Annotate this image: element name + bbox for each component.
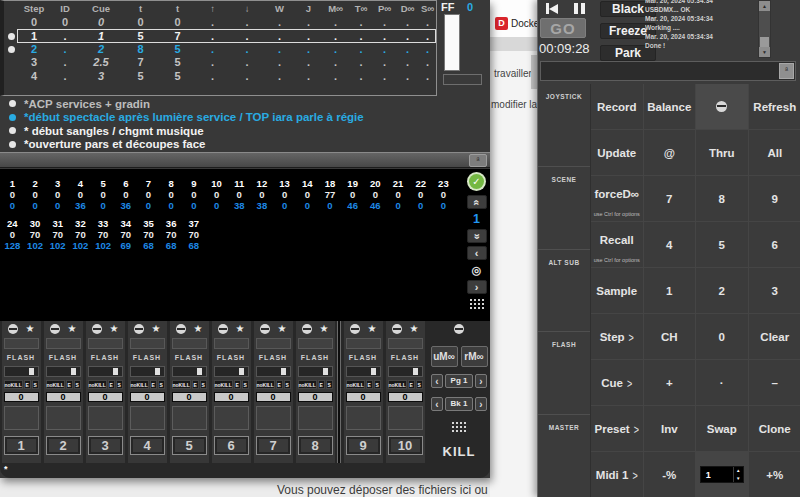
dimmer-icon[interactable] (92, 324, 102, 334)
key-0[interactable]: 0 (696, 314, 749, 359)
star-icon[interactable]: ★ (368, 324, 377, 334)
key-[interactable]: @ (644, 130, 697, 175)
strip-fader[interactable] (256, 366, 291, 377)
key-update[interactable]: Update (591, 130, 644, 175)
nokill-button[interactable]: noKILL (130, 380, 149, 389)
strip-name-box[interactable] (388, 338, 423, 349)
strip-name-box[interactable] (88, 338, 123, 349)
strip-name-box[interactable] (298, 338, 333, 349)
strip-number-button[interactable]: 2 (46, 436, 81, 455)
star-icon[interactable]: ★ (236, 324, 245, 334)
nokill-button[interactable]: noKILL (388, 380, 407, 389)
skip-back-button[interactable] (540, 1, 564, 16)
s-button[interactable]: S (326, 380, 333, 389)
strip-number-button[interactable]: 5 (172, 436, 207, 455)
e-button[interactable]: E (366, 380, 373, 389)
flash-button[interactable]: FLASH (4, 351, 39, 364)
strip-preset-box[interactable] (214, 406, 249, 430)
star-icon[interactable]: ★ (194, 324, 203, 334)
key-all[interactable]: All (749, 130, 800, 175)
e-button[interactable]: E (276, 380, 283, 389)
fader-handle[interactable] (323, 368, 328, 375)
nokill-button[interactable]: noKILL (214, 380, 233, 389)
strip-fader[interactable] (214, 366, 249, 377)
strip-preset-box[interactable] (46, 406, 81, 430)
s-button[interactable]: S (32, 380, 39, 389)
key-4[interactable]: 4 (644, 222, 697, 267)
e-button[interactable]: E (108, 380, 115, 389)
star-icon[interactable]: ★ (320, 324, 329, 334)
star-icon[interactable]: ★ (152, 324, 161, 334)
dimmer-icon[interactable] (8, 324, 18, 334)
channel-panel-titlebar[interactable]: ª (0, 152, 490, 168)
strip-preset-box[interactable] (4, 406, 39, 430)
strip-fader[interactable] (172, 366, 207, 377)
strip-preset-box[interactable] (88, 406, 123, 430)
strip-fader[interactable] (298, 366, 333, 377)
fader-handle[interactable] (71, 368, 76, 375)
key-7[interactable]: 7 (644, 176, 697, 221)
strip-number-button[interactable]: 8 (298, 436, 333, 455)
key-9[interactable]: 9 (749, 176, 800, 221)
key-clear[interactable]: Clear (749, 314, 800, 359)
strip-preset-box[interactable] (298, 406, 333, 430)
nokill-button[interactable]: noKILL (46, 380, 65, 389)
flash-button[interactable]: FLASH (172, 351, 207, 364)
strip-preset-box[interactable] (346, 406, 381, 430)
target-button[interactable]: ◎ (467, 263, 487, 277)
cue-list-item[interactable]: *ACP services + gradin (0, 97, 490, 111)
key-cue[interactable]: Cue> (591, 360, 644, 405)
star-icon[interactable]: ★ (110, 324, 119, 334)
key-thru[interactable]: Thru (696, 130, 749, 175)
rm-button[interactable]: rM∞ (461, 346, 488, 367)
strip-number-button[interactable]: 1 (4, 436, 39, 455)
strip-name-box[interactable] (130, 338, 165, 349)
s-button[interactable]: S (74, 380, 81, 389)
e-button[interactable]: E (24, 380, 31, 389)
panel-corner-button[interactable]: ª (469, 154, 487, 167)
strip-preset-box[interactable] (130, 406, 165, 430)
e-button[interactable]: E (66, 380, 73, 389)
star-icon[interactable]: ★ (410, 324, 419, 334)
strip-name-box[interactable] (46, 338, 81, 349)
dimmer-icon[interactable] (218, 324, 228, 334)
command-bar-button[interactable]: ª (779, 63, 794, 79)
s-button[interactable]: S (284, 380, 291, 389)
grid-icon[interactable] (470, 299, 484, 310)
key-[interactable]: – (749, 360, 800, 405)
key-recall[interactable]: Recalluse Ctrl for options (591, 222, 644, 267)
flash-button[interactable]: FLASH (214, 351, 249, 364)
nokill-button[interactable]: noKILL (256, 380, 275, 389)
fader-handle[interactable] (197, 368, 202, 375)
step-row[interactable]: 1.157......... (4, 29, 436, 42)
bank-label[interactable]: Bk 1 (445, 397, 473, 411)
go-button[interactable]: GO (540, 18, 586, 38)
s-button[interactable]: S (242, 380, 249, 389)
step-row[interactable]: 2.285......... (4, 43, 436, 56)
e-button[interactable]: E (192, 380, 199, 389)
key-5[interactable]: 5 (696, 222, 749, 267)
strip-number-button[interactable]: 9 (346, 436, 381, 455)
dimmer-icon[interactable] (350, 324, 360, 334)
flash-button[interactable]: FLASH (256, 351, 291, 364)
dimmer-icon[interactable] (134, 324, 144, 334)
key-preset[interactable]: Preset> (591, 406, 644, 451)
strip-fader[interactable] (88, 366, 123, 377)
spinner-down-icon[interactable]: ▼ (733, 475, 743, 483)
flash-button[interactable]: FLASH (88, 351, 123, 364)
flash-button[interactable]: FLASH (346, 351, 381, 364)
s-button[interactable]: S (116, 380, 123, 389)
key-clone[interactable]: Clone (749, 406, 800, 451)
page-next-button[interactable]: › (475, 374, 487, 388)
strip-number-button[interactable]: 3 (88, 436, 123, 455)
strip-fader[interactable] (46, 366, 81, 377)
cue-list-item[interactable]: *début spectacle après lumière service /… (0, 111, 490, 125)
step-row[interactable]: 3.2.575......... (4, 56, 436, 69)
bank-prev-button[interactable]: ‹ (431, 397, 443, 411)
flash-button[interactable]: FLASH (130, 351, 165, 364)
key-refresh[interactable]: Refresh (749, 84, 800, 129)
strip-preset-box[interactable] (172, 406, 207, 430)
key-[interactable]: -% (644, 452, 697, 497)
key-[interactable]: · (696, 360, 749, 405)
s-button[interactable]: S (416, 380, 423, 389)
